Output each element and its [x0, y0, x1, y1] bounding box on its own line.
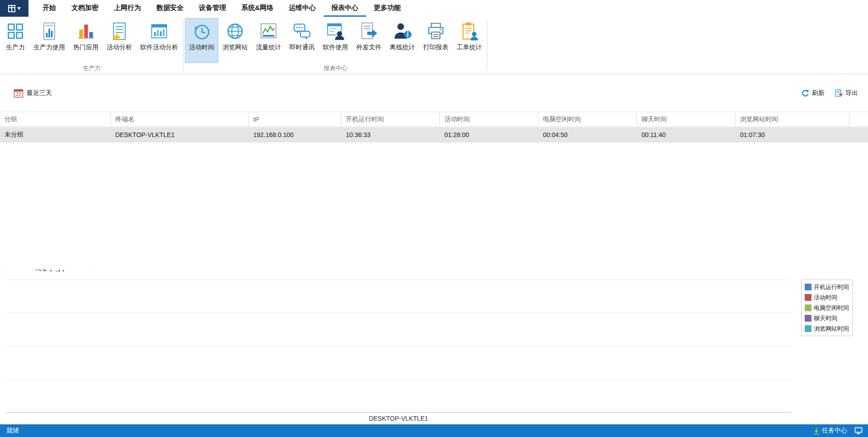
- cell-idle-time: 00:04:50: [538, 127, 637, 142]
- legend-label: 聊天时间: [814, 314, 837, 323]
- ribbon-group-productivity: 生产力 生产力使用 热门应用 活动分析 软件活动分析: [0, 17, 184, 74]
- ribbon-button-label: 离线统计: [390, 43, 415, 52]
- legend-swatch: [805, 294, 811, 301]
- tab-data-security[interactable]: 数据安全: [149, 0, 191, 17]
- chat-icon: [292, 21, 312, 41]
- column-header-terminal[interactable]: 终端名: [111, 112, 249, 126]
- ribbon-button-label: 流量统计: [256, 43, 281, 52]
- legend-item: 电脑空闲时间: [805, 304, 849, 312]
- column-header-ip[interactable]: IP: [249, 112, 341, 126]
- column-header-idle-time[interactable]: 电脑空闲时间: [538, 112, 637, 126]
- chart-gridline: [6, 379, 791, 380]
- tab-device-management[interactable]: 设备管理: [191, 0, 234, 17]
- legend-item: 活动时间: [805, 293, 849, 302]
- ribbon-button-label: 活动分析: [107, 43, 132, 52]
- ribbon-button-label: 生产力使用: [33, 43, 65, 52]
- ribbon-group-caption: 报表中心: [185, 63, 486, 74]
- ribbon-button-software-usage[interactable]: 软件使用: [319, 18, 352, 63]
- worksheet-icon: [459, 21, 479, 41]
- ribbon-button-top-apps[interactable]: 热门应用: [69, 18, 103, 63]
- legend-swatch: [805, 304, 811, 311]
- ribbon-button-activity-analysis[interactable]: 活动分析: [103, 18, 136, 63]
- app-menu-button[interactable]: [0, 0, 28, 17]
- tab-doc-encryption[interactable]: 文档加密: [64, 0, 106, 17]
- ribbon-button-label: 外发文件: [356, 43, 382, 52]
- ribbon-button-outgoing-files[interactable]: 外发文件: [352, 18, 386, 63]
- table-row[interactable]: 未分组 DESKTOP-VLKTLE1 192.168.0.100 10:36:…: [0, 127, 868, 142]
- legend-swatch: [805, 315, 811, 322]
- column-header-group[interactable]: 分组: [0, 112, 111, 126]
- calendar-day-number: 23: [16, 92, 21, 97]
- column-header-browse-time[interactable]: 浏览网站时间: [736, 112, 849, 126]
- tab-web-behavior[interactable]: 上网行为: [106, 0, 149, 17]
- tab-report-center[interactable]: 报表中心: [324, 0, 366, 17]
- legend-label: 开机运行时间: [814, 283, 849, 291]
- monitor-icon[interactable]: [854, 427, 863, 434]
- chart-gridline: [6, 346, 791, 347]
- cell-uptime: 10:36:33: [341, 127, 440, 142]
- task-center-label: 任务中心: [822, 427, 847, 435]
- legend-swatch: [805, 325, 811, 332]
- status-bar: 就绪 任务中心: [0, 424, 868, 437]
- app-window: 开始 文档加密 上网行为 数据安全 设备管理 系统&网络 运维中心 报表中心 更…: [0, 0, 868, 437]
- refresh-button[interactable]: 刷新: [801, 89, 825, 98]
- doc-star-icon: [109, 21, 129, 41]
- legend-label: 浏览网站时间: [814, 325, 849, 333]
- ribbon-group-report-center: 活动时间 浏览网站 流量统计 即时通讯 软件使用: [184, 17, 487, 74]
- ribbon-button-label: 热门应用: [73, 43, 99, 52]
- tab-more-features[interactable]: 更多功能: [366, 0, 409, 17]
- traffic-chart-icon: [259, 21, 278, 41]
- legend-swatch: [805, 284, 811, 290]
- cell-terminal: DESKTOP-VLKTLE1: [111, 127, 249, 142]
- ribbon-button-print-report[interactable]: 打印报表: [419, 18, 453, 63]
- tab-ops-center[interactable]: 运维中心: [281, 0, 324, 17]
- ribbon-button-traffic-stats[interactable]: 流量统计: [252, 18, 285, 63]
- cell-chat-time: 00:11:40: [637, 127, 736, 142]
- ribbon-button-ticket-stats[interactable]: 工单统计: [453, 18, 486, 63]
- column-header-chat-time[interactable]: 聊天时间: [637, 112, 736, 126]
- task-center-button[interactable]: 任务中心: [813, 427, 847, 435]
- ribbon-button-browse-websites[interactable]: 浏览网站: [218, 18, 252, 63]
- tab-start[interactable]: 开始: [35, 0, 64, 17]
- ribbon-button-label: 浏览网站: [222, 43, 248, 52]
- menu-tabs: 开始 文档加密 上网行为 数据安全 设备管理 系统&网络 运维中心 报表中心 更…: [35, 0, 409, 17]
- chart-gridline: [6, 313, 791, 313]
- ribbon-button-activity-time[interactable]: 活动时间: [185, 18, 218, 63]
- ribbon-button-productivity-usage[interactable]: 生产力使用: [29, 18, 69, 63]
- ribbon: 生产力 生产力使用 热门应用 活动分析 软件活动分析: [0, 17, 868, 74]
- date-range-filter[interactable]: 23 最近三天: [14, 88, 52, 98]
- cell-browse-time: 01:07:30: [736, 127, 849, 142]
- doc-send-icon: [359, 21, 379, 41]
- legend-label: 电脑空闲时间: [814, 304, 849, 312]
- column-header-filler: [849, 112, 868, 126]
- legend-label: 活动时间: [814, 294, 837, 302]
- export-button[interactable]: 导出: [835, 89, 858, 98]
- chart-gridline: [6, 280, 791, 280]
- column-header-active-time[interactable]: 活动时间: [440, 112, 538, 126]
- ribbon-button-offline-stats[interactable]: 离线统计: [386, 18, 419, 63]
- tab-system-network[interactable]: 系统&网络: [234, 0, 281, 17]
- legend-item: 开机运行时间: [805, 283, 849, 291]
- app-window-icon: [8, 5, 16, 13]
- chevron-down-icon: [17, 7, 21, 10]
- export-icon: [835, 89, 843, 98]
- cell-group: 未分组: [0, 127, 111, 142]
- filter-bar: 23 最近三天 刷新 导出: [0, 81, 868, 106]
- ribbon-button-productivity[interactable]: 生产力: [1, 18, 29, 63]
- toolbar-actions: 刷新 导出: [801, 89, 858, 98]
- grid-icon: [5, 21, 25, 41]
- doc-chart-icon: [39, 21, 59, 41]
- status-bar-right: 任务中心: [813, 427, 863, 435]
- calendar-icon: 23: [14, 88, 24, 98]
- printer-icon: [426, 21, 446, 41]
- activity-time-chart: DESKTOP-VLKTLE1 开机运行时间 活动时间 电脑空闲时间 聊天时间 …: [0, 271, 868, 424]
- ribbon-button-label: 软件使用: [323, 43, 348, 52]
- ribbon-button-software-activity-analysis[interactable]: 软件活动分析: [136, 18, 182, 63]
- chart-category-label: DESKTOP-VLKTLE1: [369, 415, 428, 422]
- legend-item: 浏览网站时间: [805, 324, 849, 333]
- export-label: 导出: [845, 89, 858, 97]
- ribbon-button-label: 打印报表: [423, 43, 448, 52]
- ribbon-button-label: 工单统计: [457, 43, 482, 52]
- ribbon-button-instant-messaging[interactable]: 即时通讯: [285, 18, 319, 63]
- column-header-uptime[interactable]: 开机运行时间: [341, 112, 440, 126]
